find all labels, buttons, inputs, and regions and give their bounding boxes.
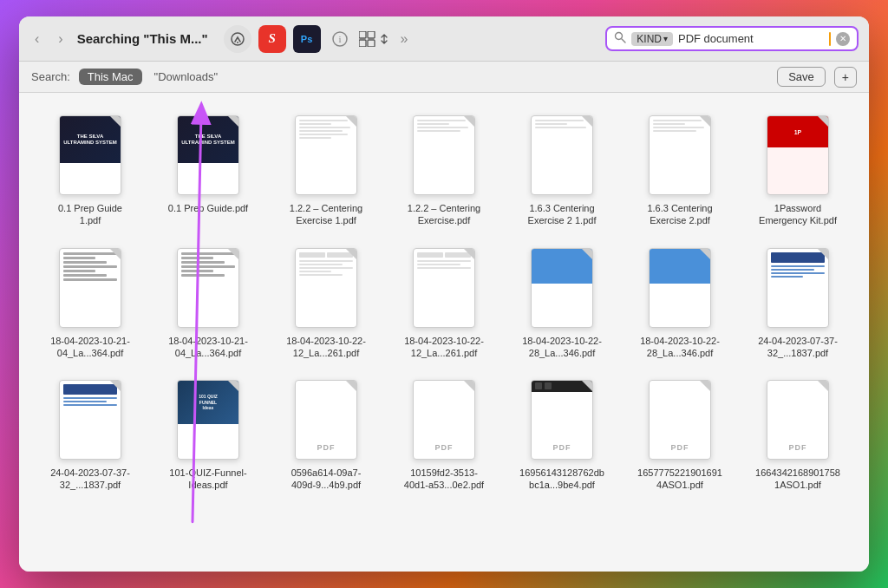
file-name: 10159fd2-3513-40d1-a53...0e2.pdf (401, 467, 487, 492)
search-input[interactable] (678, 32, 824, 45)
file-name: 18-04-2023-10-22-28_La...346.pdf (637, 335, 723, 360)
list-item[interactable]: 24-04-2023-07-37-32_...1837.pdf (33, 371, 147, 497)
file-thumbnail (291, 245, 362, 331)
list-item[interactable]: THE SILVA ULTRAMIND SYSTEM 0.1 Prep Guid… (33, 107, 147, 232)
file-name: 1Password Emergency Kit.pdf (754, 202, 841, 227)
svg-rect-4 (359, 31, 366, 38)
scrobbles-label: S (268, 31, 275, 46)
svg-rect-7 (368, 40, 375, 47)
list-item[interactable]: 1.2.2 – Centering Exercise 1.pdf (269, 107, 383, 232)
save-button[interactable]: Save (777, 67, 826, 87)
list-item[interactable]: 18-04-2023-10-22-12_La...261.pdf (387, 239, 501, 365)
svg-point-1 (237, 42, 238, 43)
file-thumbnail (55, 376, 126, 463)
filterbar: Search: This Mac "Downloads" Save + (19, 62, 869, 93)
file-name: 24-04-2023-07-37-32_...1837.pdf (754, 335, 841, 360)
file-thumbnail (173, 245, 244, 331)
photoshop-button[interactable]: Ps (293, 25, 321, 53)
clear-search-button[interactable]: ✕ (836, 32, 850, 46)
file-thumbnail: PDF (644, 376, 715, 463)
svg-text:i: i (338, 34, 341, 44)
titlebar: ‹ › Searching "This M..." S Ps i (19, 16, 869, 62)
file-thumbnail (291, 112, 362, 199)
svg-rect-5 (368, 31, 375, 38)
file-thumbnail: THE SILVA ULTRAMIND SYSTEM (55, 112, 126, 199)
list-item[interactable]: 18-04-2023-10-21-04_La...364.pdf (151, 239, 265, 365)
file-grid-container: THE SILVA ULTRAMIND SYSTEM 0.1 Prep Guid… (19, 93, 869, 572)
file-thumbnail (408, 245, 480, 331)
airdrop-button[interactable] (224, 25, 251, 53)
file-name: 1.2.2 – Centering Exercise 1.pdf (283, 202, 369, 227)
list-item[interactable]: 1P 1Password Emergency Kit.pdf (741, 107, 855, 232)
file-name: 18-04-2023-10-22-12_La...261.pdf (401, 335, 487, 360)
info-button[interactable]: i (328, 27, 352, 51)
file-thumbnail (644, 112, 715, 199)
file-name: 18-04-2023-10-21-04_La...364.pdf (47, 335, 134, 360)
file-name: 18-04-2023-10-21-04_La...364.pdf (165, 335, 251, 360)
file-thumbnail (762, 245, 833, 331)
file-name: 18-04-2023-10-22-12_La...261.pdf (283, 335, 369, 360)
cursor (829, 32, 831, 46)
list-item[interactable]: 1.6.3 Centering Exercise 2.pdf (623, 107, 737, 232)
back-button[interactable]: ‹ (29, 28, 44, 50)
more-button[interactable]: » (397, 31, 412, 47)
file-thumbnail: PDF (408, 376, 480, 463)
file-name: 1.6.3 Centering Exercise 2 1.pdf (519, 202, 605, 227)
file-thumbnail (644, 245, 715, 331)
list-item[interactable]: 1.2.2 – Centering Exercise.pdf (387, 107, 501, 232)
file-name: 1.2.2 – Centering Exercise.pdf (401, 202, 487, 227)
file-name: 16577752219016914ASO1.pdf (637, 467, 723, 492)
finder-window: ‹ › Searching "This M..." S Ps i (19, 16, 869, 572)
list-item[interactable]: 18-04-2023-10-22-28_La...346.pdf (623, 239, 737, 365)
filter-downloads[interactable]: "Downloads" (151, 69, 222, 85)
list-item[interactable]: 18-04-2023-10-21-04_La...364.pdf (33, 239, 147, 365)
list-item[interactable]: 18-04-2023-10-22-28_La...346.pdf (505, 239, 619, 365)
file-thumbnail: PDF (526, 376, 597, 463)
add-filter-button[interactable]: + (834, 67, 857, 88)
file-thumbnail: PDF (762, 376, 833, 463)
list-item[interactable]: 18-04-2023-10-22-12_La...261.pdf (269, 239, 383, 365)
file-thumbnail: 101 QUIZFUNNELIdeas (173, 376, 244, 463)
file-name: 101-QUIZ-Funnel-Ideas.pdf (165, 467, 251, 492)
file-name: 24-04-2023-07-37-32_...1837.pdf (47, 467, 134, 492)
file-name: 16643421689017581ASO1.pdf (754, 467, 841, 492)
file-thumbnail (55, 245, 126, 331)
file-name: 18-04-2023-10-22-28_La...346.pdf (519, 335, 605, 360)
file-grid: THE SILVA ULTRAMIND SYSTEM 0.1 Prep Guid… (33, 107, 855, 497)
svg-rect-6 (359, 40, 366, 47)
toolbar-icons: S Ps i (224, 25, 388, 53)
search-icon (614, 31, 626, 46)
list-item[interactable]: PDF 16577752219016914ASO1.pdf (623, 371, 737, 497)
window-title: Searching "This M..." (77, 31, 208, 46)
file-thumbnail (408, 112, 480, 199)
list-item[interactable]: PDF 10159fd2-3513-40d1-a53...0e2.pdf (387, 371, 501, 497)
list-item[interactable]: PDF 16956143128762dbbc1a...9be4.pdf (505, 371, 619, 497)
list-item[interactable]: 24-04-2023-07-37-32_...1837.pdf (741, 239, 855, 365)
list-item[interactable]: PDF 0596a614-09a7-409d-9...4b9.pdf (269, 371, 383, 497)
search-bar: KIND ▾ ✕ (605, 26, 859, 51)
list-item[interactable]: 1.6.3 Centering Exercise 2 1.pdf (505, 107, 619, 232)
file-name: 0.1 Prep Guide.pdf (168, 202, 248, 214)
list-item[interactable]: 101 QUIZFUNNELIdeas 101-QUIZ-Funnel-Idea… (151, 371, 265, 497)
file-thumbnail: PDF (291, 376, 362, 463)
forward-button[interactable]: › (53, 28, 68, 50)
scrobbles-button[interactable]: S (258, 25, 286, 53)
file-name: 16956143128762dbbc1a...9be4.pdf (519, 467, 605, 492)
list-item[interactable]: THE SILVA ULTRAMIND SYSTEM 0.1 Prep Guid… (151, 107, 265, 232)
search-label: Search: (31, 70, 70, 83)
kind-filter-badge[interactable]: KIND ▾ (631, 32, 673, 46)
file-thumbnail: THE SILVA ULTRAMIND SYSTEM (173, 112, 244, 199)
file-thumbnail (526, 112, 597, 199)
svg-point-8 (616, 33, 623, 40)
file-thumbnail: 1P (762, 112, 833, 199)
svg-line-9 (622, 39, 625, 42)
list-item[interactable]: PDF 16643421689017581ASO1.pdf (741, 371, 855, 497)
view-button[interactable] (359, 31, 388, 47)
file-name: 1.6.3 Centering Exercise 2.pdf (637, 202, 723, 227)
file-name: 0596a614-09a7-409d-9...4b9.pdf (283, 467, 369, 492)
photoshop-label: Ps (301, 34, 312, 44)
file-name: 0.1 Prep Guide 1.pdf (47, 202, 134, 227)
filter-this-mac[interactable]: This Mac (79, 69, 142, 85)
file-thumbnail (526, 245, 597, 331)
